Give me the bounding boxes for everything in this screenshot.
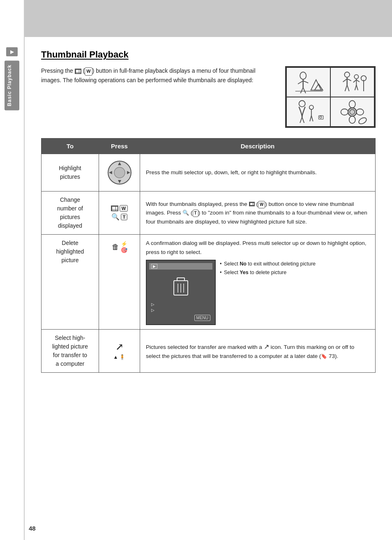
to-cell-transfer: Select high-lighted picturefor transfer …: [42, 330, 99, 373]
svg-line-29: [311, 115, 313, 121]
change-buttons: W 🔍 T: [105, 205, 134, 221]
to-label-transfer: Select high-lighted picturefor transfer …: [47, 334, 93, 368]
thumb-cell-2: [331, 68, 374, 97]
transfer-sub-icons: ▲ 🧍: [113, 354, 126, 360]
svg-line-19: [355, 85, 357, 90]
svg-line-3: [303, 81, 309, 83]
to-label-delete: Deletehighlightedpicture: [47, 239, 93, 265]
dialog-menu-bar: MENU: [149, 314, 212, 322]
to-cell-highlight: Highlightpictures: [42, 154, 99, 192]
svg-line-20: [357, 85, 358, 90]
svg-point-40: [114, 167, 125, 178]
desc-cell-highlight: Press the multi selector up, down, left,…: [140, 154, 376, 192]
to-label-highlight: Highlightpictures: [47, 164, 93, 181]
yes-label: Yes: [240, 270, 249, 275]
svg-point-37: [350, 109, 355, 115]
header-description: Description: [140, 138, 376, 154]
sidebar-tab: Basic Playback: [5, 60, 19, 110]
press-cell-transfer: ↗ ▲ 🧍: [99, 330, 140, 373]
press-cell-highlight: [99, 154, 140, 192]
thumb-cell-4: [331, 97, 374, 126]
table-row: Select high-lighted picturefor transfer …: [42, 330, 376, 373]
svg-line-13: [345, 85, 347, 91]
bullet-no: Select No to exit without deleting pictu…: [220, 260, 369, 268]
desc-text-delete-top: A confirmation dialog will be displayed.…: [146, 239, 369, 256]
intro-text: Pressing the (W) button in full-frame pl…: [41, 66, 277, 128]
press-cell-change: W 🔍 T: [99, 192, 140, 235]
flash-icon: ⚡: [121, 241, 127, 247]
svg-line-17: [353, 80, 357, 82]
main-content: Thumbnail Playback Pressing the (W) butt…: [25, 37, 392, 389]
yes-text: to delete picture: [249, 270, 286, 275]
svg-line-2: [298, 81, 303, 84]
intro-image: [285, 66, 376, 128]
delete-press-container: 🗑 ⚡ 🎯: [105, 239, 134, 255]
svg-line-11: [343, 78, 347, 82]
svg-line-28: [310, 115, 311, 121]
transfer-mark-icon: ↗: [264, 343, 269, 350]
inline-grid-icon: [249, 202, 255, 206]
to-cell-change: Changenumber ofpicturesdisplayed: [42, 192, 99, 235]
multi-selector-container: [105, 158, 134, 187]
table-row: Changenumber ofpicturesdisplayed W 🔍 T: [42, 192, 376, 235]
mountain-icon: ▲: [113, 354, 118, 360]
desc-cell-transfer: Pictures selected for transfer are marke…: [140, 330, 376, 373]
no-text: to exit without deleting picture: [247, 261, 316, 267]
top-bar-inner: [25, 0, 392, 37]
option-arrow-1: ▷: [151, 302, 154, 307]
svg-point-31: [320, 116, 322, 118]
multi-selector-visual: [107, 160, 132, 185]
inline-magnify: 🔍: [182, 210, 189, 216]
svg-point-33: [349, 100, 355, 108]
grid-button-icon: [75, 69, 81, 74]
ref-icon: 🔖: [321, 353, 327, 359]
section-title: Thumbnail Playback: [41, 49, 376, 60]
svg-rect-47: [177, 278, 184, 281]
intro-paragraph: Pressing the (W) button in full-frame pl…: [41, 67, 256, 83]
desc-text-change: With four thumbnails displayed, press th…: [146, 200, 369, 226]
dialog-pb-icon: ▶: [151, 264, 157, 269]
dialog-option-1: ▷: [151, 302, 210, 307]
to-cell-delete: Deletehighlightedpicture: [42, 235, 99, 330]
header-to: To: [42, 138, 99, 154]
table-row: Highlightpictures: [42, 154, 376, 192]
svg-point-23: [299, 100, 305, 106]
dialog-option-2: ▷: [151, 308, 210, 312]
to-label-change: Changenumber ofpicturesdisplayed: [47, 196, 93, 230]
delete-inner-layout: ▶: [146, 260, 369, 325]
svg-line-18: [357, 80, 360, 82]
w-label: W: [120, 205, 128, 212]
desc-cell-delete: A confirmation dialog will be displayed.…: [140, 235, 376, 330]
svg-line-14: [347, 85, 349, 91]
w-button-icon: W: [85, 67, 92, 76]
dialog-options: ▷ ▷: [149, 302, 212, 312]
sidebar: ▶ Basic Playback: [0, 0, 25, 540]
trash-button-symbol: 🗑 ⚡ 🎯: [112, 241, 127, 253]
dialog-top-bar: ▶: [149, 263, 212, 270]
svg-point-15: [355, 74, 359, 78]
svg-point-34: [349, 116, 355, 123]
delete-bullet-list: Select No to exit without deleting pictu…: [220, 260, 369, 325]
svg-point-35: [341, 108, 348, 115]
thumb-cell-3: [287, 97, 330, 126]
press-cell-delete: 🗑 ⚡ 🎯: [99, 235, 140, 330]
svg-line-12: [347, 78, 351, 81]
grid-button-symbol: W: [111, 205, 128, 212]
svg-line-24: [300, 117, 302, 123]
menu-label: MENU: [194, 315, 210, 321]
desc-text-highlight: Press the multi selector up, down, left,…: [146, 168, 369, 177]
header-press: Press: [99, 138, 140, 154]
svg-point-0: [300, 72, 306, 79]
desc-cell-change: With four thumbnails displayed, press th…: [140, 192, 376, 235]
top-bar: [0, 0, 392, 37]
t-label: T: [121, 214, 128, 220]
zoom-button-symbol: 🔍 T: [111, 213, 128, 221]
focus-icon: 🎯: [121, 247, 127, 253]
thumb-cell-1: [287, 68, 330, 97]
thumbnail-grid-illustration: [285, 66, 376, 128]
transfer-arrow-icon: ↗: [115, 342, 123, 353]
desc-text-transfer: Pictures selected for transfer are marke…: [146, 342, 369, 361]
svg-point-38: [358, 116, 368, 125]
svg-point-9: [345, 72, 350, 77]
table-row: Deletehighlightedpicture 🗑 ⚡ 🎯: [42, 235, 376, 330]
